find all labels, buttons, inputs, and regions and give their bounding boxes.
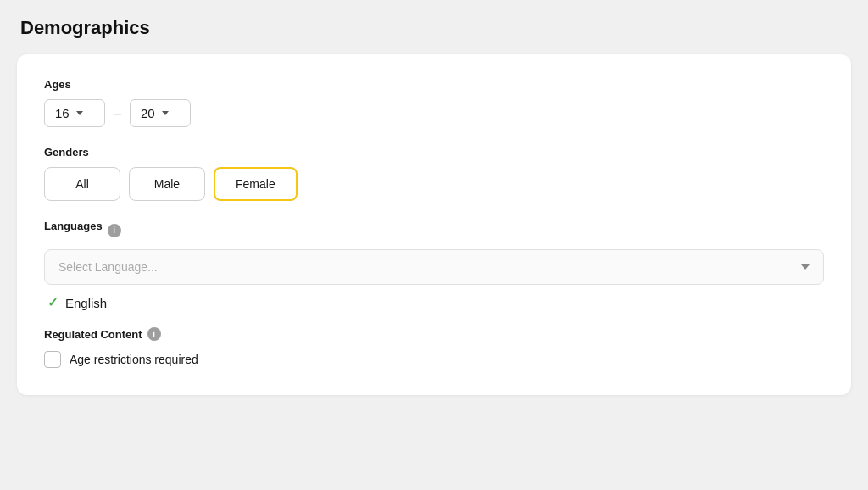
selected-language-name: English — [65, 296, 107, 310]
age-max-value: 20 — [141, 106, 155, 120]
age-restrictions-checkbox[interactable] — [44, 351, 61, 368]
language-chevron-icon — [801, 264, 810, 270]
age-min-select[interactable]: 16 — [44, 99, 105, 127]
demographics-card: Ages 16 – 20 Genders All Male Female — [17, 54, 851, 395]
regulated-content-label: Regulated Content — [44, 328, 142, 341]
regulated-content-section: Regulated Content i Age restrictions req… — [44, 327, 824, 368]
languages-label-row: Languages i — [44, 220, 824, 241]
page-title: Demographics — [17, 17, 851, 39]
genders-label: Genders — [44, 146, 824, 159]
languages-info-icon: i — [108, 224, 121, 237]
page-wrapper: Demographics Ages 16 – 20 Genders All — [17, 17, 851, 395]
gender-male-button[interactable]: Male — [129, 167, 205, 201]
age-min-chevron-icon — [76, 111, 83, 115]
gender-female-button[interactable]: Female — [214, 167, 298, 201]
gender-all-button[interactable]: All — [44, 167, 120, 201]
language-checkmark-icon: ✓ — [47, 295, 58, 310]
languages-section: Languages i Select Language... ✓ English — [44, 220, 824, 310]
age-min-value: 16 — [55, 106, 70, 120]
ages-label: Ages — [44, 78, 824, 91]
gender-buttons-group: All Male Female — [44, 167, 824, 201]
age-max-select[interactable]: 20 — [130, 99, 191, 127]
regulated-label-row: Regulated Content i — [44, 327, 824, 341]
language-select-dropdown[interactable]: Select Language... — [44, 249, 824, 285]
ages-section: Ages 16 – 20 — [44, 78, 824, 127]
regulated-info-icon: i — [147, 327, 161, 341]
selected-language-row: ✓ English — [44, 295, 824, 310]
age-range-dash: – — [114, 106, 121, 121]
age-restrictions-label: Age restrictions required — [70, 353, 198, 366]
age-max-chevron-icon — [162, 111, 169, 115]
genders-section: Genders All Male Female — [44, 146, 824, 201]
language-placeholder: Select Language... — [58, 260, 158, 274]
languages-label: Languages — [44, 220, 103, 232]
ages-row: 16 – 20 — [44, 99, 824, 127]
age-restrictions-row: Age restrictions required — [44, 351, 824, 368]
